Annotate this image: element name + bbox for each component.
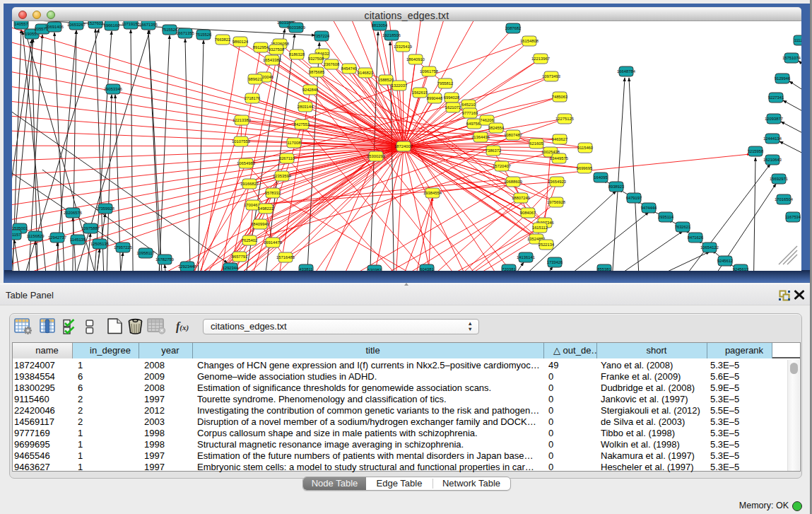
svg-text:15720407: 15720407 [493, 164, 511, 168]
svg-text:1733426: 1733426 [547, 260, 563, 264]
svg-text:8813054: 8813054 [372, 23, 388, 28]
svg-text:16914479: 16914479 [264, 240, 282, 245]
svg-text:16648784: 16648784 [617, 69, 636, 74]
svg-text:6994028: 6994028 [444, 95, 460, 100]
svg-text:12093877: 12093877 [765, 117, 783, 121]
svg-text:16543382: 16543382 [263, 58, 281, 62]
svg-text:111203: 111203 [794, 38, 801, 42]
svg-text:1588520: 1588520 [378, 78, 394, 82]
svg-text:13325419: 13325419 [394, 45, 412, 49]
svg-text:13449575: 13449575 [550, 156, 568, 160]
svg-text:8186328: 8186328 [289, 52, 305, 57]
svg-text:2522134: 2522134 [539, 243, 555, 247]
svg-text:12923448: 12923448 [178, 264, 196, 269]
svg-text:2367608: 2367608 [324, 62, 340, 66]
svg-text:164095: 164095 [594, 175, 607, 180]
svg-text:10807487: 10807487 [504, 133, 522, 137]
svg-text:13654923: 13654923 [548, 180, 566, 184]
svg-text:16154808: 16154808 [520, 39, 539, 43]
svg-text:9129946: 9129946 [775, 76, 791, 81]
svg-text:433811: 433811 [300, 267, 313, 271]
svg-text:15692971: 15692971 [770, 177, 788, 181]
svg-text:16671355: 16671355 [139, 23, 158, 27]
svg-text:18640910: 18640910 [406, 57, 425, 62]
svg-text:7663822: 7663822 [215, 37, 231, 42]
svg-text:19756928: 19756928 [547, 200, 565, 204]
svg-text:20206576: 20206576 [64, 211, 82, 215]
svg-text:8471626: 8471626 [688, 235, 704, 240]
svg-text:2718176: 2718176 [245, 96, 261, 100]
svg-text:8454749: 8454749 [341, 66, 358, 71]
svg-text:3267110: 3267110 [279, 156, 295, 160]
svg-text:9327508: 9327508 [308, 57, 324, 61]
svg-text:1615112: 1615112 [532, 226, 548, 230]
svg-text:720381: 720381 [502, 267, 515, 271]
svg-text:10654122: 10654122 [700, 245, 719, 250]
svg-text:6966160: 6966160 [104, 23, 120, 28]
svg-text:2935114: 2935114 [658, 215, 674, 219]
svg-text:8990448: 8990448 [427, 96, 443, 100]
svg-text:9860124: 9860124 [233, 40, 249, 44]
svg-text:9463627: 9463627 [552, 137, 568, 141]
svg-text:12942737: 12942737 [48, 235, 66, 240]
svg-text:7386372: 7386372 [486, 148, 502, 153]
svg-text:3215958: 3215958 [748, 149, 764, 153]
svg-text:604381: 604381 [420, 267, 433, 271]
svg-text:7515526: 7515526 [162, 28, 178, 32]
svg-text:9084067: 9084067 [520, 211, 536, 215]
svg-text:2803144: 2803144 [298, 105, 314, 109]
svg-text:9657791: 9657791 [232, 255, 248, 259]
svg-text:10654983: 10654983 [237, 161, 255, 165]
svg-text:7515526: 7515526 [196, 33, 212, 37]
svg-text:10653267: 10653267 [67, 23, 86, 27]
svg-text:1292344: 1292344 [223, 266, 239, 270]
svg-text:16671355: 16671355 [176, 31, 194, 35]
svg-text:1527602: 1527602 [88, 21, 104, 25]
svg-text:9245612: 9245612 [717, 259, 734, 263]
svg-text:3875685: 3875685 [309, 70, 325, 74]
svg-text:9327508: 9327508 [269, 47, 285, 52]
svg-text:10107553: 10107553 [232, 139, 250, 144]
svg-text:7485063: 7485063 [552, 95, 568, 99]
svg-text:8938923: 8938923 [608, 185, 625, 189]
svg-text:19384554: 19384554 [423, 191, 442, 195]
svg-text:7632621: 7632621 [675, 225, 691, 229]
svg-text:9777169: 9777169 [462, 111, 478, 115]
svg-text:12275125: 12275125 [555, 117, 574, 121]
svg-text:16210643: 16210643 [763, 158, 782, 162]
svg-text:9115460: 9115460 [577, 146, 593, 150]
svg-text:10688609: 10688609 [504, 180, 522, 184]
svg-text:3578332: 3578332 [265, 191, 281, 195]
svg-text:645210: 645210 [461, 103, 475, 107]
svg-text:530382: 530382 [367, 268, 381, 271]
svg-text:14136141: 14136141 [517, 255, 535, 259]
svg-text:9227341: 9227341 [768, 95, 784, 100]
svg-text:12213383: 12213383 [233, 118, 251, 122]
svg-text:8912954: 8912954 [253, 45, 269, 49]
svg-text:7625402: 7625402 [242, 238, 258, 243]
svg-text:10973493: 10973493 [542, 74, 560, 78]
svg-text:3824554: 3824554 [488, 126, 505, 130]
svg-text:6479197: 6479197 [626, 196, 642, 200]
svg-text:746206: 746206 [480, 118, 493, 122]
svg-text:9245613: 9245613 [733, 267, 749, 271]
svg-text:19166827: 19166827 [240, 182, 259, 186]
svg-text:989621: 989621 [248, 77, 261, 81]
svg-text:17016504: 17016504 [775, 197, 794, 201]
svg-text:9146821: 9146821 [358, 71, 374, 75]
svg-text:11156829: 11156829 [27, 234, 45, 238]
svg-text:621605: 621605 [529, 141, 543, 146]
svg-text:9474444: 9474444 [641, 206, 657, 210]
svg-text:12444134: 12444134 [763, 136, 782, 141]
svg-text:25300293: 25300293 [367, 154, 385, 158]
svg-text:16782759: 16782759 [155, 257, 174, 262]
svg-text:20691406: 20691406 [45, 25, 64, 29]
svg-text:7357224: 7357224 [314, 34, 330, 38]
svg-text:15751074: 15751074 [782, 56, 801, 60]
svg-text:29053346: 29053346 [104, 87, 122, 91]
svg-text:18724007: 18724007 [394, 144, 413, 148]
svg-text:140557: 140557 [14, 22, 28, 26]
svg-text:12213967: 12213967 [531, 57, 550, 61]
svg-text:10975887: 10975887 [81, 226, 100, 230]
svg-text:1145139: 1145139 [70, 238, 86, 242]
